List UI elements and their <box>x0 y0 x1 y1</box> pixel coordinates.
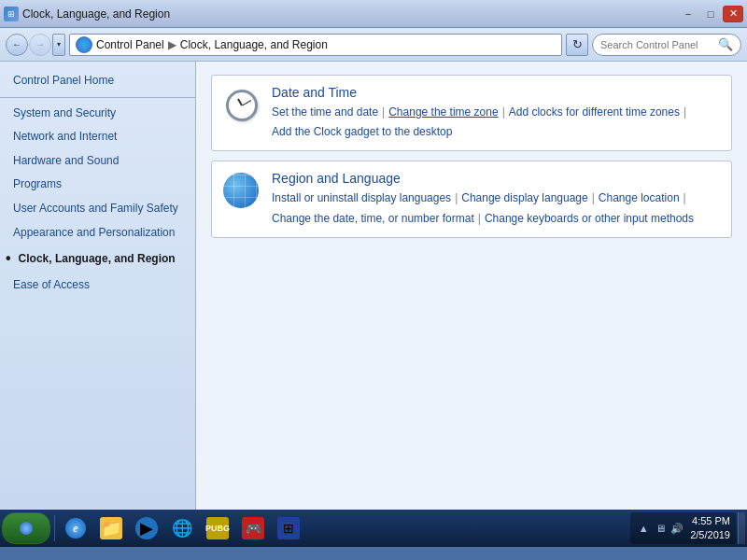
close-button[interactable]: ✕ <box>723 6 743 22</box>
taskbar-folder-button[interactable]: 📁 <box>94 512 128 544</box>
date-time-icon <box>223 87 261 124</box>
sidebar-item-label: Hardware and Sound <box>13 154 119 169</box>
taskbar-divider-1 <box>54 515 55 541</box>
clock-face <box>226 90 258 121</box>
sep7: | <box>478 210 481 228</box>
folder-icon: 📁 <box>100 517 122 539</box>
date-time-section: Date and Time Set the time and date | Ch… <box>211 75 732 151</box>
taskbar-media-button[interactable]: ▶ <box>130 512 163 544</box>
install-languages-link[interactable]: Install or uninstall display languages <box>272 189 451 207</box>
start-button[interactable] <box>2 512 50 544</box>
title-bar-left: ⊞ Clock, Language, and Region <box>4 7 170 21</box>
clock-date: 2/5/2019 <box>690 528 730 542</box>
region-language-title[interactable]: Region and Language <box>272 171 720 186</box>
taskbar-ie-button[interactable]: e <box>59 512 92 544</box>
ie-icon: e <box>65 518 86 539</box>
game2-icon: 🎮 <box>242 517 264 539</box>
taskbar-chrome-button[interactable]: 🌐 <box>165 512 199 544</box>
back-button[interactable]: ← <box>6 34 28 56</box>
nav-dropdown[interactable]: ▾ <box>52 34 65 56</box>
nav-container: ← → ▾ <box>6 34 65 56</box>
path-globe-icon: 🌐 <box>76 36 92 53</box>
content-area: Date and Time Set the time and date | Ch… <box>196 62 747 510</box>
sidebar-item-user-accounts[interactable]: User Accounts and Family Safety <box>0 197 195 221</box>
minimize-button[interactable]: − <box>678 6 698 22</box>
sidebar-item-label: Network and Internet <box>13 130 117 145</box>
start-orb-icon <box>20 522 33 535</box>
system-tray: ▲ 🖥 🔊 4:55 PM 2/5/2019 <box>630 512 736 544</box>
clock-display[interactable]: 4:55 PM 2/5/2019 <box>686 514 730 543</box>
app3-icon: ⊞ <box>277 517 300 539</box>
globe-lines <box>223 173 259 208</box>
sidebar-item-hardware-sound[interactable]: Hardware and Sound <box>0 149 195 174</box>
region-language-body: Region and Language Install or uninstall… <box>272 171 720 227</box>
path-sep-1: ▶ <box>168 38 176 51</box>
clock-icon <box>223 87 261 124</box>
add-gadget-link[interactable]: Add the Clock gadget to the desktop <box>272 123 452 141</box>
sidebar-divider <box>0 97 195 98</box>
sidebar-item-ease-access[interactable]: Ease of Access <box>0 273 195 298</box>
date-time-title[interactable]: Date and Time <box>272 85 720 100</box>
sidebar-item-system-security[interactable]: System and Security <box>0 102 195 126</box>
path-root: Control Panel <box>96 38 164 51</box>
show-desktop-button[interactable] <box>738 512 745 544</box>
pubg-icon: PUBG <box>206 517 229 539</box>
taskbar-pubg-button[interactable]: PUBG <box>201 512 234 544</box>
search-box[interactable]: 🔍 <box>592 34 741 56</box>
forward-button[interactable]: → <box>29 34 51 56</box>
sidebar-item-home[interactable]: Control Panel Home <box>0 69 195 93</box>
taskbar: e 📁 ▶ 🌐 PUBG 🎮 ⊞ ▲ 🖥 🔊 4:55 PM 2/5/2019 <box>0 510 747 547</box>
address-bar: ← → ▾ 🌐 Control Panel ▶ Clock, Language,… <box>0 28 747 62</box>
clock-minute-hand <box>242 100 251 105</box>
taskbar-game2-button[interactable]: 🎮 <box>236 512 270 544</box>
date-time-body: Date and Time Set the time and date | Ch… <box>272 85 720 141</box>
sidebar-item-label: Ease of Access <box>13 278 90 293</box>
sep3: | <box>684 104 686 121</box>
tray-volume-icon[interactable]: 🔊 <box>669 521 684 536</box>
sep6: | <box>684 189 686 207</box>
date-time-links: Set the time and date | Change the time … <box>272 104 720 141</box>
change-location-link[interactable]: Change location <box>599 189 680 207</box>
title-bar-buttons: − □ ✕ <box>678 6 743 22</box>
sidebar-item-programs[interactable]: Programs <box>0 173 195 197</box>
sep2: | <box>502 104 505 121</box>
sidebar-item-network-internet[interactable]: Network and Internet <box>0 125 195 149</box>
window-icon: ⊞ <box>4 7 19 21</box>
set-time-link[interactable]: Set the time and date <box>272 104 378 121</box>
address-path[interactable]: 🌐 Control Panel ▶ Clock, Language, and R… <box>69 34 562 56</box>
sidebar-item-label: Clock, Language, and Region <box>19 252 176 267</box>
refresh-button[interactable]: ↻ <box>566 34 588 56</box>
title-bar: ⊞ Clock, Language, and Region − □ ✕ <box>0 0 747 28</box>
maximize-button[interactable]: □ <box>700 6 721 22</box>
sidebar-item-label: User Accounts and Family Safety <box>13 202 178 217</box>
region-language-section: Region and Language Install or uninstall… <box>211 161 732 237</box>
change-date-format-link[interactable]: Change the date, time, or number format <box>272 210 474 228</box>
sidebar-item-label: System and Security <box>13 106 116 121</box>
region-language-icon <box>223 173 261 210</box>
search-input[interactable] <box>600 39 714 50</box>
change-keyboards-link[interactable]: Change keyboards or other input methods <box>485 210 694 228</box>
main-window: Control Panel Home System and Security N… <box>0 62 747 510</box>
sidebar-item-label: Programs <box>13 177 62 192</box>
sidebar-item-clock-language[interactable]: Clock, Language, and Region <box>0 245 195 273</box>
add-clocks-link[interactable]: Add clocks for different time zones <box>509 104 680 121</box>
window-title: Clock, Language, and Region <box>22 7 170 21</box>
globe-section-icon <box>223 173 259 208</box>
clock-time: 4:55 PM <box>690 514 730 528</box>
region-language-links: Install or uninstall display languages |… <box>272 189 720 227</box>
tray-network-icon[interactable]: 🖥 <box>653 521 668 536</box>
search-icon: 🔍 <box>718 37 733 51</box>
sidebar-home-label: Control Panel Home <box>13 74 114 89</box>
sep1: | <box>382 104 385 121</box>
change-display-lang-link[interactable]: Change display language <box>461 189 587 207</box>
path-current: Clock, Language, and Region <box>180 38 328 51</box>
sidebar-item-appearance[interactable]: Appearance and Personalization <box>0 221 195 245</box>
chrome-icon: 🌐 <box>171 517 193 539</box>
sidebar-item-label: Appearance and Personalization <box>13 226 175 241</box>
tray-expand-icon[interactable]: ▲ <box>636 521 651 536</box>
change-timezone-link[interactable]: Change the time zone <box>388 104 498 121</box>
sidebar: Control Panel Home System and Security N… <box>0 62 196 510</box>
taskbar-app3-button[interactable]: ⊞ <box>272 512 305 544</box>
sep5: | <box>592 189 595 207</box>
media-icon: ▶ <box>135 517 158 539</box>
